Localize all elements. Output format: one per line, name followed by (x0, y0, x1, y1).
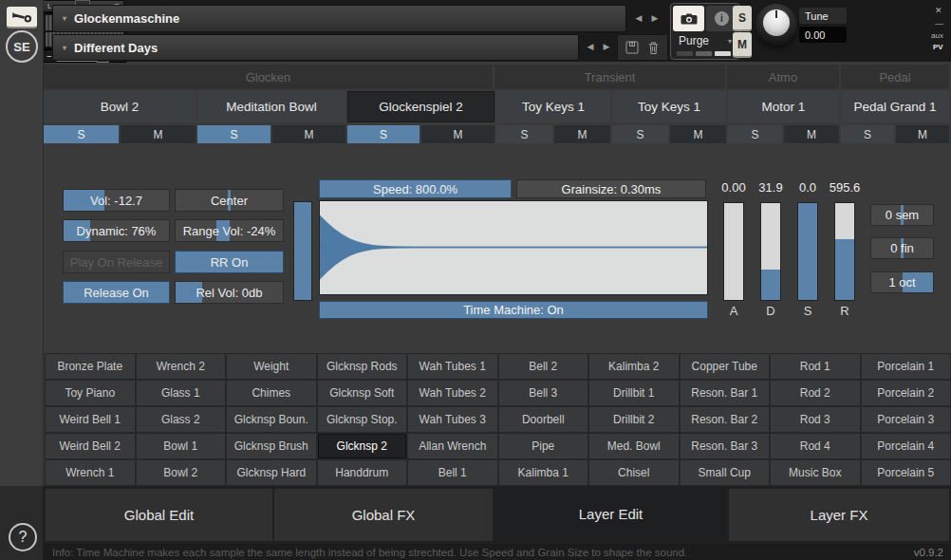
control-range-vol[interactable]: Range Vol: -24% (176, 220, 283, 241)
sample-cell[interactable]: Doorbell (499, 407, 588, 432)
volume-minus[interactable]: − (47, 51, 52, 62)
layer-solo-button[interactable]: S (197, 125, 270, 143)
sample-cell[interactable]: Porcelain 3 (862, 407, 951, 432)
sample-cell[interactable]: Chimes (227, 381, 316, 405)
control-dynamic[interactable]: Dynamic: 76% (64, 220, 169, 241)
layer-mute-button[interactable]: M (121, 125, 196, 143)
snapshot-title-bar[interactable]: ▾ Different Days (52, 34, 579, 61)
next-instrument-button[interactable]: ▶ (648, 10, 662, 25)
layer-mute-button[interactable]: M (421, 125, 494, 143)
sample-cell[interactable]: Porcelain 4 (862, 434, 951, 458)
sample-cell[interactable]: Bowl 1 (137, 434, 226, 458)
layer-mute-button[interactable]: M (554, 125, 610, 143)
solo-button[interactable]: S (733, 6, 752, 31)
sample-cell[interactable]: Pipe (499, 434, 588, 458)
trash-icon[interactable] (647, 41, 660, 55)
sample-cell[interactable]: Glcknsp Brush (227, 434, 316, 458)
pitch-1-oct[interactable]: 1 oct (871, 272, 933, 292)
layer-tab[interactable]: Meditation Bowl (197, 91, 345, 122)
layer-vertical-slider[interactable] (294, 202, 311, 300)
sample-cell[interactable]: Drillbit 1 (589, 381, 679, 405)
layer-mute-button[interactable]: M (896, 125, 949, 143)
sample-cell[interactable]: Reson. Bar 1 (681, 381, 770, 405)
sample-cell[interactable]: Weird Bell 2 (46, 434, 135, 458)
tune-knob[interactable] (755, 4, 797, 46)
sample-cell[interactable]: Rod 2 (771, 381, 860, 405)
sample-cell[interactable]: Wah Tubes 3 (408, 407, 497, 432)
minimize-icon[interactable]: — (935, 19, 943, 28)
sample-cell[interactable]: Bronze Plate (46, 354, 135, 379)
layer-tab[interactable]: Pedal Grand 1 (841, 91, 949, 122)
sample-cell[interactable]: Kalimba 2 (589, 354, 679, 379)
layer-solo-button[interactable]: S (44, 125, 119, 143)
layer-mute-button[interactable]: M (784, 125, 839, 143)
pitch-0-sem[interactable]: 0 sem (871, 205, 933, 225)
speed-slider[interactable]: Speed: 800.0% (320, 180, 511, 197)
sample-cell[interactable]: Weight (227, 354, 316, 379)
layer-solo-button[interactable]: S (347, 125, 420, 143)
sample-cell[interactable]: Wah Tubes 2 (408, 381, 497, 405)
prev-instrument-button[interactable]: ◀ (632, 10, 645, 25)
control-play-on-release[interactable]: Play On Release (64, 252, 169, 272)
sample-cell[interactable]: Wrench 1 (46, 460, 135, 485)
sample-cell[interactable]: Wah Tubes 1 (408, 354, 497, 379)
edit-mode-button[interactable] (7, 7, 37, 28)
next-snapshot-button[interactable]: ▶ (600, 39, 613, 53)
sample-cell[interactable]: Reson. Bar 3 (681, 434, 770, 458)
save-icon[interactable] (625, 41, 639, 54)
sample-cell[interactable]: Bowl 2 (137, 460, 226, 485)
sample-cell[interactable]: Bell 2 (499, 354, 588, 379)
layer-tab[interactable]: Bowl 2 (44, 91, 196, 122)
sample-cell[interactable]: Rod 4 (771, 434, 860, 458)
layer-mute-button[interactable]: M (272, 125, 345, 143)
envelope-slider-r[interactable] (835, 203, 854, 300)
sample-cell[interactable]: Bell 3 (499, 381, 588, 405)
control-pan[interactable]: Center (176, 190, 283, 211)
envelope-slider-s[interactable] (798, 203, 817, 300)
snapshot-camera-tab[interactable] (673, 6, 704, 31)
layer-solo-button[interactable]: S (612, 125, 668, 143)
layer-tab[interactable]: Motor 1 (728, 91, 839, 122)
layer-tab[interactable]: Toy Keys 1 (612, 91, 726, 122)
sample-cell[interactable]: Glcknsp Boun. (227, 407, 316, 432)
layer-solo-button[interactable]: S (496, 125, 552, 143)
layer-solo-button[interactable]: S (728, 125, 782, 143)
prev-snapshot-button[interactable]: ◀ (584, 39, 597, 53)
sample-cell[interactable]: Glcknsp Stop. (318, 407, 407, 432)
sample-cell[interactable]: Kalimba 1 (499, 460, 588, 485)
pv-button[interactable]: PV (933, 43, 943, 51)
layer-solo-button[interactable]: S (841, 125, 894, 143)
purge-menu[interactable]: Purge ▾ (675, 34, 736, 47)
envelope-slider-d[interactable] (761, 203, 780, 300)
pitch-0-fin[interactable]: 0 fin (871, 238, 933, 258)
tune-value[interactable]: 0.00 (799, 27, 847, 43)
envelope-slider-a[interactable] (724, 203, 743, 300)
sample-cell[interactable]: Reson. Bar 2 (681, 407, 770, 432)
instrument-title-bar[interactable]: ▾ Glockenmaschine (52, 5, 626, 32)
control-release[interactable]: Release On (64, 282, 169, 303)
sample-cell[interactable]: Rod 1 (771, 354, 860, 379)
waveform-display[interactable] (320, 201, 707, 294)
sample-cell[interactable]: Chisel (589, 460, 679, 485)
sample-cell[interactable]: Glass 2 (137, 407, 226, 432)
sample-cell[interactable]: Small Cup (681, 460, 770, 485)
sample-cell[interactable]: Copper Tube (681, 354, 770, 379)
sample-cell[interactable]: Toy Piano (46, 381, 135, 405)
sample-cell[interactable]: Porcelain 2 (862, 381, 951, 405)
sample-cell[interactable]: Porcelain 1 (862, 354, 951, 379)
sample-cell[interactable]: Glass 1 (137, 381, 226, 405)
control-rel-vol[interactable]: Rel Vol: 0db (176, 282, 283, 303)
grainsize-slider[interactable]: Grainsize: 0.30ms (517, 180, 705, 197)
sample-cell[interactable]: Glcknsp Soft (318, 381, 407, 405)
chevron-down-icon[interactable]: ▾ (63, 44, 66, 52)
bottom-tab-global-fx[interactable]: Global FX (274, 489, 493, 541)
control-vol[interactable]: Vol: -12.7 (64, 190, 169, 211)
aux-button[interactable]: aux (931, 31, 943, 40)
sample-cell[interactable]: Glcknsp 2 (318, 434, 407, 458)
time-machine-toggle[interactable]: Time Machine: On (320, 302, 707, 318)
layer-mute-button[interactable]: M (670, 125, 726, 143)
sample-cell[interactable]: Weird Bell 1 (46, 407, 135, 432)
chevron-down-icon[interactable]: ▾ (63, 14, 66, 23)
bottom-tab-layer-fx[interactable]: Layer FX (729, 489, 949, 541)
sample-cell[interactable]: Glcknsp Hard (227, 460, 316, 485)
